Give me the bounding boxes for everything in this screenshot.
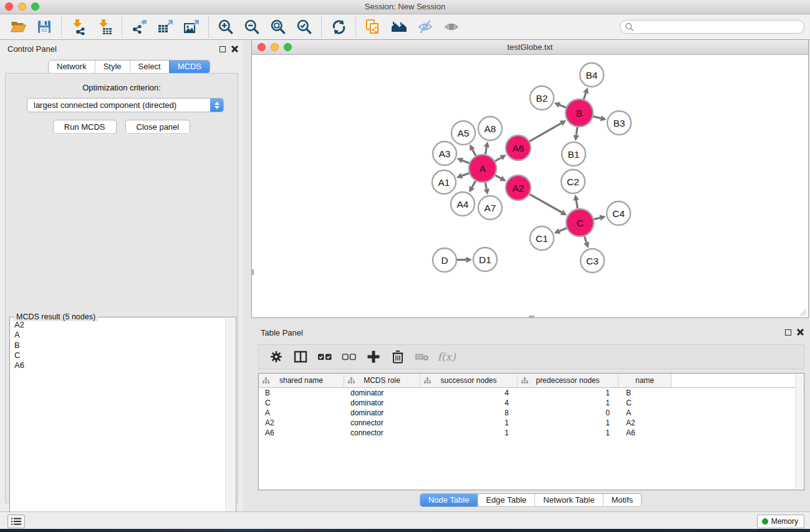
table-row[interactable]: Cdominator41C bbox=[259, 398, 804, 408]
graph-edge-C-C1[interactable] bbox=[559, 228, 566, 231]
save-session-button[interactable] bbox=[31, 16, 57, 37]
function-builder-button[interactable]: f(x) bbox=[439, 349, 454, 364]
manage-views-button[interactable] bbox=[360, 16, 386, 37]
table-row[interactable]: A6connector11A6 bbox=[259, 428, 804, 438]
zoom-in-button[interactable] bbox=[213, 16, 239, 37]
home-layout-button[interactable] bbox=[386, 16, 412, 37]
graph-node-label: B1 bbox=[568, 149, 580, 160]
window-resize-handle-left[interactable] bbox=[251, 269, 254, 275]
network-zoom-button[interactable] bbox=[284, 43, 292, 51]
column-header-MCDS-role[interactable]: MCDS role bbox=[344, 374, 420, 387]
mcds-result-item[interactable]: A6 bbox=[10, 360, 226, 370]
zoom-window-button[interactable] bbox=[31, 2, 39, 11]
search-input[interactable] bbox=[636, 21, 804, 32]
column-header-name[interactable]: name bbox=[619, 374, 672, 387]
mcds-result-item[interactable]: A bbox=[10, 330, 226, 340]
window-resize-grip[interactable] bbox=[799, 308, 807, 316]
task-history-button[interactable] bbox=[7, 515, 25, 528]
table-tab-edge-table[interactable]: Edge Table bbox=[477, 494, 534, 506]
import-table-icon bbox=[97, 19, 113, 35]
result-scrollbar[interactable] bbox=[225, 318, 235, 528]
export-table-button[interactable] bbox=[152, 16, 178, 37]
minimize-window-button[interactable] bbox=[18, 2, 26, 11]
graph-edge-A-A2[interactable] bbox=[495, 175, 501, 178]
network-graph-canvas[interactable]: AA1A2A3A4A5A6A7A8BB1B2B3B4CC1C2C3C4DD1 bbox=[253, 55, 809, 317]
zoom-selected-button[interactable] bbox=[291, 16, 317, 37]
table-tab-network-table[interactable]: Network Table bbox=[534, 494, 602, 506]
graph-edge-A-A5[interactable] bbox=[473, 150, 476, 156]
table-cell: 1 bbox=[420, 418, 518, 428]
delete-column-button[interactable] bbox=[390, 349, 405, 364]
select-all-columns-button[interactable] bbox=[317, 349, 332, 364]
open-folder-icon bbox=[10, 19, 27, 34]
tab-network[interactable]: Network bbox=[49, 60, 95, 73]
graph-edge-A-A6[interactable] bbox=[495, 158, 501, 162]
close-panel-button[interactable]: Close panel bbox=[125, 120, 191, 134]
delete-table-button[interactable] bbox=[415, 349, 430, 364]
table-tab-motifs[interactable]: Motifs bbox=[602, 494, 641, 506]
graph-edge-B-B3[interactable] bbox=[593, 117, 600, 118]
close-table-panel-icon[interactable] bbox=[797, 329, 804, 336]
refresh-icon bbox=[331, 19, 347, 35]
graph-edge-B-B2[interactable] bbox=[559, 105, 566, 107]
refresh-network-button[interactable] bbox=[325, 16, 352, 37]
export-network-button[interactable] bbox=[126, 16, 152, 37]
close-window-button[interactable] bbox=[5, 2, 13, 11]
graph-edge-A6-B[interactable] bbox=[529, 123, 561, 142]
mcds-result-item[interactable]: B bbox=[10, 341, 226, 351]
mcds-result-item[interactable]: C bbox=[10, 351, 226, 360]
column-header-shared-name[interactable]: shared name bbox=[259, 374, 344, 387]
status-bar: Memory bbox=[0, 511, 810, 529]
graph-edge-A-A4[interactable] bbox=[472, 181, 476, 187]
float-panel-icon[interactable] bbox=[219, 46, 226, 52]
graph-edge-A2-C[interactable] bbox=[529, 194, 562, 212]
graph-node-label: C2 bbox=[567, 177, 579, 187]
export-image-button[interactable] bbox=[178, 16, 205, 37]
table-tab-node-table[interactable]: Node Table bbox=[420, 494, 478, 506]
gear-icon bbox=[269, 350, 283, 364]
graph-node-label: A7 bbox=[485, 203, 496, 213]
tab-select[interactable]: Select bbox=[130, 60, 169, 73]
graph-edge-B-B4[interactable] bbox=[584, 93, 586, 99]
network-minimize-button[interactable] bbox=[271, 43, 279, 51]
graph-edge-A-A1[interactable] bbox=[462, 173, 470, 176]
graph-edge-C-C4[interactable] bbox=[594, 218, 600, 219]
hide-selected-button[interactable] bbox=[412, 16, 438, 37]
column-header-predecessor-nodes[interactable]: predecessor nodes bbox=[518, 374, 619, 387]
criterion-dropdown[interactable]: largest connected component (directed) bbox=[27, 98, 224, 112]
run-mcds-button[interactable]: Run MCDS bbox=[53, 120, 117, 134]
graph-edge-A-A8[interactable] bbox=[485, 147, 486, 154]
table-row[interactable]: Bdominator41B bbox=[259, 388, 804, 398]
table-scrollbar[interactable] bbox=[795, 374, 803, 489]
network-close-button[interactable] bbox=[258, 43, 266, 51]
search-field[interactable] bbox=[620, 20, 804, 34]
open-session-button[interactable] bbox=[5, 16, 31, 37]
window-titlebar: Session: New Session bbox=[0, 0, 810, 14]
graph-edge-C-C2[interactable] bbox=[576, 200, 577, 208]
float-table-panel-icon[interactable] bbox=[785, 329, 791, 336]
deselect-all-columns-button[interactable] bbox=[342, 349, 357, 364]
tab-mcds[interactable]: MCDS bbox=[169, 60, 210, 73]
split-view-button[interactable] bbox=[293, 349, 308, 364]
zoom-fit-button[interactable] bbox=[265, 16, 291, 37]
create-column-button[interactable] bbox=[366, 349, 381, 364]
tab-style[interactable]: Style bbox=[95, 60, 130, 73]
mcds-result-item[interactable]: A2 bbox=[10, 320, 226, 330]
graph-edge-A-A3[interactable] bbox=[462, 160, 469, 163]
close-panel-icon[interactable] bbox=[231, 46, 238, 52]
optimization-criterion-label: Optimization criterion: bbox=[6, 83, 238, 92]
graph-edge-B-B1[interactable] bbox=[576, 127, 577, 135]
graph-edge-A-A7[interactable] bbox=[485, 183, 486, 189]
graph-edge-C-C3[interactable] bbox=[584, 236, 586, 243]
table-settings-button[interactable] bbox=[269, 349, 284, 364]
show-all-button[interactable] bbox=[438, 16, 465, 37]
memory-button[interactable]: Memory bbox=[757, 515, 804, 528]
table-row[interactable]: Adominator80A bbox=[259, 408, 804, 418]
zoom-out-button[interactable] bbox=[239, 16, 265, 37]
window-resize-handle-bottom[interactable] bbox=[529, 316, 534, 318]
import-table-button[interactable] bbox=[92, 16, 118, 37]
table-panel-title: Table Panel bbox=[261, 328, 303, 337]
table-row[interactable]: A2connector11A2 bbox=[259, 418, 804, 428]
import-network-button[interactable] bbox=[65, 16, 92, 37]
column-header-successor-nodes[interactable]: successor nodes bbox=[420, 374, 518, 387]
